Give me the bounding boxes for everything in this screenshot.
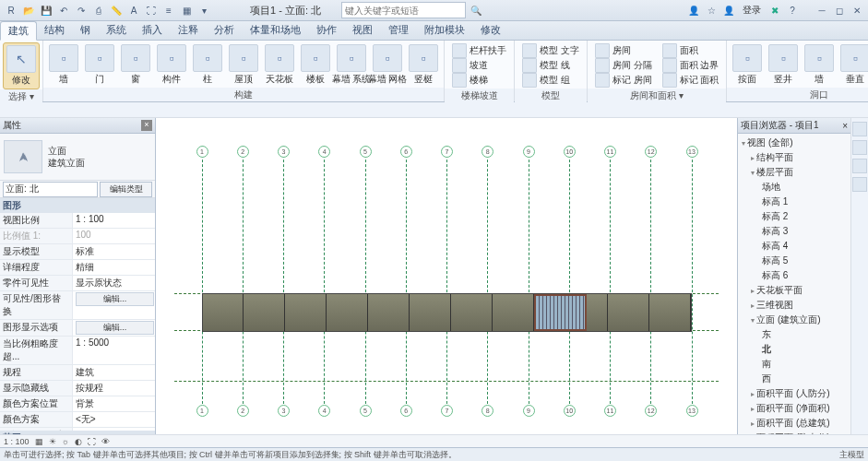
building-elevation[interactable]	[202, 293, 692, 332]
tree-node[interactable]: 天花板平面	[738, 283, 850, 298]
exchange-icon[interactable]: ✖	[767, 3, 782, 18]
tree-node[interactable]: 面积平面 (总建筑)	[738, 416, 850, 431]
tool-button[interactable]: 面积 边界	[660, 58, 722, 73]
grid-bubble[interactable]: 5	[360, 146, 372, 158]
grid-bubble[interactable]: 11	[604, 146, 616, 158]
property-category[interactable]: 图形	[0, 198, 155, 213]
level-line[interactable]	[174, 381, 719, 382]
grid-line[interactable]	[650, 146, 651, 404]
visual-style-icon[interactable]: ☀	[49, 437, 56, 446]
tool-button[interactable]: 模型 组	[519, 73, 582, 88]
grid-bubble[interactable]: 9	[523, 146, 535, 158]
tool-button[interactable]: ▫竖梃	[406, 42, 441, 88]
tool-button[interactable]: 楼梯	[449, 73, 509, 88]
grid-line[interactable]	[610, 146, 611, 404]
sun-path-icon[interactable]: ☼	[62, 437, 69, 446]
property-value[interactable]: 精细	[73, 260, 155, 275]
tab-2[interactable]: 钢	[73, 21, 99, 40]
tool-button[interactable]: ▫幕墙 系统	[334, 42, 369, 88]
grid-bubble[interactable]: 12	[645, 146, 657, 158]
wheel-icon[interactable]	[852, 140, 867, 155]
grid-bubble[interactable]: 5	[360, 405, 372, 417]
tree-node[interactable]: 面积平面 (净面积)	[738, 401, 850, 416]
grid-line[interactable]	[324, 146, 325, 404]
login-link[interactable]: 登录	[743, 4, 761, 17]
tab-11[interactable]: 附加模块	[417, 21, 473, 40]
tool-button[interactable]: ▫屋顶	[226, 42, 261, 88]
tool-button[interactable]: 标记 面积	[660, 73, 722, 88]
grid-line[interactable]	[202, 146, 203, 404]
grid-bubble[interactable]: 8	[482, 146, 493, 158]
tool-button[interactable]: ▫柱	[190, 42, 225, 88]
type-selector[interactable]: ⮝ 立面建筑立面	[0, 134, 155, 181]
tree-node[interactable]: 标高 1	[738, 195, 850, 209]
maximize-icon[interactable]: ◻	[832, 3, 847, 18]
tree-node[interactable]: 场地	[738, 180, 850, 195]
switch-window-icon[interactable]: ▾	[196, 3, 211, 18]
tree-node[interactable]: 标高 3	[738, 224, 850, 239]
tool-button[interactable]: ▫门	[82, 42, 117, 88]
tab-8[interactable]: 协作	[309, 21, 345, 40]
tool-button[interactable]: ▫幕墙 网格	[370, 42, 405, 88]
tab-5[interactable]: 注释	[171, 21, 207, 40]
tool-button[interactable]: ▫竖井	[766, 42, 801, 88]
grid-line[interactable]	[569, 146, 570, 404]
property-value[interactable]: 100	[73, 229, 155, 243]
grid-bubble[interactable]: 7	[441, 146, 453, 158]
tree-node[interactable]: 北	[738, 342, 850, 357]
grid-bubble[interactable]: 1	[196, 405, 208, 417]
grid-line[interactable]	[406, 146, 407, 404]
tree-node[interactable]: 三维视图	[738, 298, 850, 313]
grid-line[interactable]	[446, 146, 447, 404]
property-value[interactable]: 标准	[73, 244, 155, 259]
shadows-icon[interactable]: ◐	[75, 437, 82, 446]
tool-button[interactable]: 标记 房间	[592, 73, 655, 88]
grid-bubble[interactable]: 2	[237, 405, 249, 417]
tree-node[interactable]: 标高 5	[738, 254, 850, 268]
tool-button[interactable]: ▫按面	[730, 42, 765, 88]
tool-button[interactable]: 模型 文字	[519, 43, 582, 58]
grid-bubble[interactable]: 3	[278, 405, 290, 417]
grid-bubble[interactable]: 8	[482, 405, 493, 417]
redo-icon[interactable]: ↷	[74, 3, 89, 18]
grid-bubble[interactable]: 4	[318, 405, 330, 417]
grid-bubble[interactable]: 6	[400, 405, 412, 417]
tool-button[interactable]: ▫天花板	[262, 42, 297, 88]
tab-7[interactable]: 体量和场地	[243, 21, 309, 40]
tool-button[interactable]: 模型 线	[519, 58, 582, 73]
tree-node[interactable]: 标高 4	[738, 239, 850, 254]
property-value[interactable]: 背景	[73, 396, 155, 411]
pan-icon[interactable]	[852, 159, 867, 173]
tree-node[interactable]: 西	[738, 372, 850, 386]
tab-12[interactable]: 修改	[473, 21, 509, 40]
print-icon[interactable]: ⎙	[91, 3, 106, 18]
tool-button[interactable]: 栏杆扶手	[449, 43, 509, 58]
crop-icon[interactable]: ⛶	[88, 437, 96, 446]
tool-button[interactable]: ▫垂直	[838, 42, 868, 88]
edit-type-button[interactable]: 编辑类型	[100, 182, 152, 197]
grid-bubble[interactable]: 7	[441, 405, 453, 417]
tree-node[interactable]: 楼层平面	[738, 165, 850, 180]
grid-bubble[interactable]: 1	[196, 146, 208, 158]
grid-bubble[interactable]: 2	[237, 146, 249, 158]
grid-line[interactable]	[365, 146, 366, 404]
property-value[interactable]: 1 : 5000	[73, 337, 155, 364]
user-icon[interactable]: 👤	[721, 3, 736, 18]
home-icon[interactable]	[852, 122, 867, 136]
grid-bubble[interactable]: 10	[564, 146, 576, 158]
grid-line[interactable]	[243, 146, 244, 404]
tool-button[interactable]: ▫楼板	[298, 42, 333, 88]
property-value[interactable]: 1 : 100	[73, 213, 155, 228]
save-icon[interactable]: 💾	[39, 3, 54, 18]
close-window-icon[interactable]: ✕	[850, 3, 864, 18]
section-icon[interactable]: ⛶	[144, 3, 159, 18]
grid-bubble[interactable]: 4	[318, 146, 330, 158]
status-model[interactable]: 主模型	[839, 449, 864, 461]
property-value[interactable]: 按规程	[73, 381, 155, 396]
scale-selector[interactable]: 1 : 100	[4, 437, 30, 446]
undo-icon[interactable]: ↶	[56, 3, 71, 18]
tool-button[interactable]: 坡道	[449, 58, 509, 73]
grid-bubble[interactable]: 9	[523, 405, 535, 417]
modify-button[interactable]: ↖ 修改	[3, 42, 40, 89]
tree-node[interactable]: 结构平面	[738, 150, 850, 165]
